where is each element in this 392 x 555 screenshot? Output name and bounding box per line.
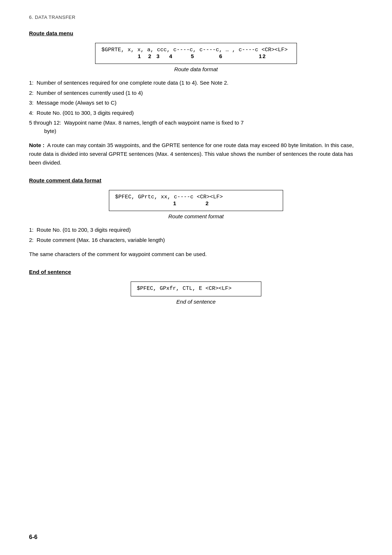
page-footer: 6-6	[29, 534, 37, 540]
pfec-gprtc-format-box-wrapper: $PFEC, GPrtc, xx, c----c <CR><LF> 1 2	[29, 190, 363, 211]
route-data-note: Note : A route can may contain 35 waypoi…	[29, 141, 363, 167]
pfec-gpxfr-format-caption: End of sentence	[29, 299, 363, 305]
list-item-4: 4: Route No. (001 to 300, 3 digits requi…	[29, 109, 363, 117]
pfec-gpxfr-format-box-wrapper: $PFEC, GPxfr, CTL, E <CR><LF>	[29, 281, 363, 296]
route-comment-list: 1: Route No. (01 to 200, 3 digits requir…	[29, 226, 363, 244]
end-of-sentence-section: End of sentence $PFEC, GPxfr, CTL, E <CR…	[29, 269, 363, 305]
gprte-format-box: $GPRTE, x, x, a, ccc, c----c, c----c, … …	[95, 43, 297, 64]
list-item-3: 3: Message mode (Always set to C)	[29, 99, 363, 107]
pfec-gprtc-format-box: $PFEC, GPrtc, xx, c----c <CR><LF> 1 2	[109, 190, 283, 211]
page-header: 6. DATA TRANSFER	[29, 15, 363, 20]
pfec-gpxfr-formula-line: $PFEC, GPxfr, CTL, E <CR><LF>	[137, 285, 252, 292]
gprte-format-box-wrapper: $GPRTE, x, x, a, ccc, c----c, c----c, … …	[29, 43, 363, 64]
route-comment-list-item-1: 1: Route No. (01 to 200, 3 digits requir…	[29, 226, 363, 234]
route-comment-section: Route comment data format $PFEC, GPrtc, …	[29, 177, 363, 259]
list-item-2: 2: Number of sentences currently used (1…	[29, 89, 363, 97]
pfec-gprtc-format-caption: Route comment format	[29, 213, 363, 219]
route-data-menu-section: Route data menu $GPRTE, x, x, a, ccc, c-…	[29, 30, 363, 167]
end-of-sentence-title: End of sentence	[29, 269, 363, 275]
gprte-numbers-line: 1 2 3 4 5 6 12	[101, 53, 287, 59]
pfec-gprtc-formula-line: $PFEC, GPrtc, xx, c----c <CR><LF>	[115, 194, 274, 200]
route-data-menu-title: Route data menu	[29, 30, 363, 36]
route-comment-title: Route comment data format	[29, 177, 363, 183]
pfec-gprtc-numbers-line: 1 2	[115, 200, 274, 206]
gprte-format-caption: Route data format	[29, 66, 363, 72]
route-data-menu-list: 1: Number of sentences required for one …	[29, 79, 363, 135]
route-comment-list-item-2: 2: Route comment (Max. 16 characters, va…	[29, 236, 363, 244]
route-comment-plain-note: The same characters of the comment for w…	[29, 250, 363, 259]
list-item-1: 1: Number of sentences required for one …	[29, 79, 363, 87]
list-item-5: 5 through 12: Waypoint name (Max. 8 name…	[29, 119, 363, 135]
gprte-formula-line: $GPRTE, x, x, a, ccc, c----c, c----c, … …	[101, 47, 287, 53]
pfec-gpxfr-format-box: $PFEC, GPxfr, CTL, E <CR><LF>	[131, 281, 261, 296]
